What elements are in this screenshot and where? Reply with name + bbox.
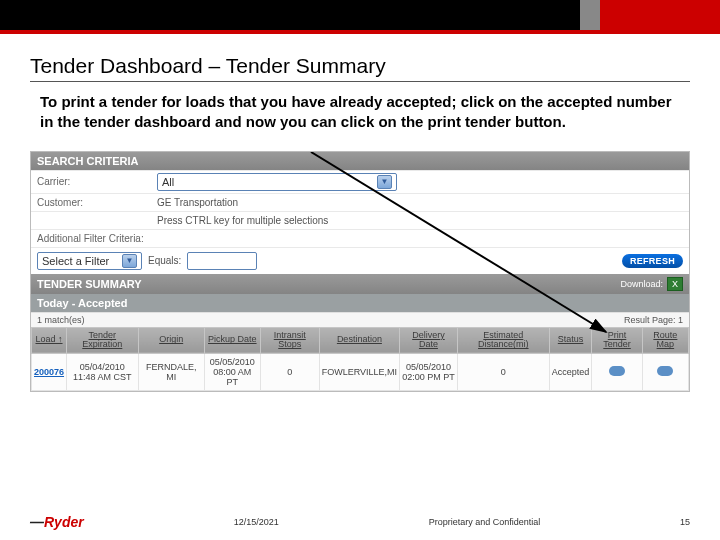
- cell-route: [642, 354, 688, 391]
- cell-distance: 0: [457, 354, 549, 391]
- carrier-label: Carrier:: [37, 176, 157, 187]
- col-intransit[interactable]: Intransit Stops: [260, 327, 319, 354]
- customer-value: GE Transportation: [157, 197, 238, 208]
- addl-filter-label: Additional Filter Criteria:: [37, 233, 144, 244]
- filter-select[interactable]: Select a Filter ▼: [37, 252, 142, 270]
- cell-delivery: 05/05/2010 02:00 PM PT: [400, 354, 458, 391]
- load-link[interactable]: 200076: [34, 367, 64, 377]
- tender-summary-header: TENDER SUMMARY: [37, 278, 142, 290]
- chevron-down-icon: ▼: [122, 254, 137, 268]
- accent-gray: [580, 0, 600, 30]
- col-print[interactable]: Print Tender: [592, 327, 642, 354]
- chevron-down-icon: ▼: [377, 175, 392, 189]
- matches-count: 1 match(es): [37, 315, 85, 325]
- cell-expiration: 05/04/2010 11:48 AM CST: [67, 354, 139, 391]
- accent-red: [600, 0, 720, 30]
- search-criteria-header: SEARCH CRITERIA: [31, 152, 689, 170]
- footer-page-number: 15: [680, 517, 690, 527]
- cell-intransit: 0: [260, 354, 319, 391]
- route-map-icon[interactable]: [657, 366, 673, 376]
- table-row: 200076 05/04/2010 11:48 AM CST FERNDALE,…: [32, 354, 689, 391]
- col-delivery[interactable]: Delivery Date: [400, 327, 458, 354]
- cell-origin: FERNDALE, MI: [138, 354, 204, 391]
- slide-footer: —Ryder 12/15/2021 Proprietary and Confid…: [0, 514, 720, 530]
- cell-pickup: 05/05/2010 08:00 AM PT: [204, 354, 260, 391]
- slide-instruction: To print a tender for loads that you hav…: [30, 92, 690, 133]
- col-status[interactable]: Status: [549, 327, 592, 354]
- equals-label: Equals:: [148, 255, 181, 266]
- slide-title: Tender Dashboard – Tender Summary: [30, 54, 690, 82]
- col-pickup[interactable]: Pickup Date: [204, 327, 260, 354]
- ryder-logo: —Ryder: [30, 514, 84, 530]
- col-destination[interactable]: Destination: [319, 327, 399, 354]
- download-label: Download:: [620, 279, 663, 289]
- carrier-select[interactable]: All ▼: [157, 173, 397, 191]
- col-expiration[interactable]: Tender Expiration: [67, 327, 139, 354]
- filter-select-value: Select a Filter: [42, 255, 109, 267]
- cell-status: Accepted: [549, 354, 592, 391]
- footer-date: 12/15/2021: [234, 517, 279, 527]
- col-route[interactable]: Route Map: [642, 327, 688, 354]
- result-page: Result Page: 1: [624, 315, 683, 325]
- download-excel-icon[interactable]: X: [667, 277, 683, 291]
- summary-subheader: Today - Accepted: [31, 294, 689, 312]
- customer-label: Customer:: [37, 197, 157, 208]
- refresh-button[interactable]: REFRESH: [622, 254, 683, 268]
- cell-print: [592, 354, 642, 391]
- multiselect-hint: Press CTRL key for multiple selections: [157, 215, 328, 226]
- cell-destination: FOWLERVILLE,MI: [319, 354, 399, 391]
- print-tender-icon[interactable]: [609, 366, 625, 376]
- col-load[interactable]: Load ↑: [32, 327, 67, 354]
- col-distance[interactable]: Estimated Distance(mi): [457, 327, 549, 354]
- slide-top-bar: [0, 0, 720, 30]
- col-origin[interactable]: Origin: [138, 327, 204, 354]
- tender-table: Load ↑ Tender Expiration Origin Pickup D…: [31, 327, 689, 392]
- footer-confidential: Proprietary and Confidential: [429, 517, 541, 527]
- carrier-value: All: [162, 176, 174, 188]
- app-screenshot: SEARCH CRITERIA Carrier: All ▼ Customer:…: [30, 151, 690, 393]
- equals-input[interactable]: [187, 252, 257, 270]
